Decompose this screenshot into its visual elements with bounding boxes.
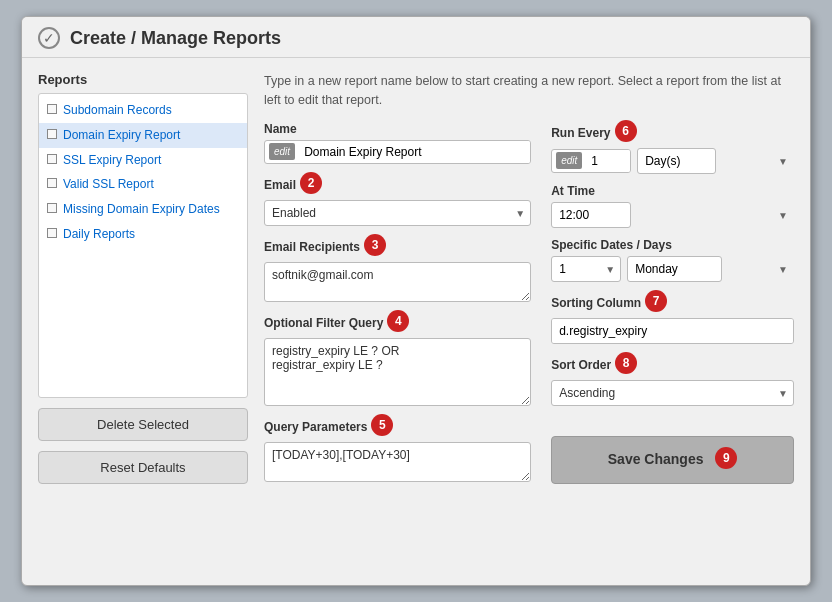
- sorting-column-label: Sorting Column: [551, 296, 641, 310]
- checkmark-icon: ✓: [38, 27, 60, 49]
- run-every-edit-badge: edit: [556, 152, 582, 169]
- email-recipients-textarea[interactable]: softnik@gmail.com: [264, 262, 531, 302]
- query-params-textarea[interactable]: [TODAY+30],[TODAY+30]: [264, 442, 531, 482]
- report-item-icon: [47, 203, 57, 213]
- reports-label: Reports: [38, 72, 248, 87]
- period-select-chevron: ▼: [778, 155, 788, 166]
- optional-filter-label: Optional Filter Query: [264, 316, 383, 330]
- create-manage-reports-dialog: ✓ Create / Manage Reports Reports Subdom…: [21, 16, 811, 586]
- dialog-title-bar: ✓ Create / Manage Reports: [22, 17, 810, 58]
- badge-3: 3: [364, 234, 386, 256]
- run-every-label: Run Every: [551, 126, 610, 140]
- sort-order-label: Sort Order: [551, 358, 611, 372]
- name-input-wrapper: edit: [264, 140, 531, 164]
- run-every-input[interactable]: [586, 150, 630, 172]
- dialog-body: Reports Subdomain Records Domain Expiry …: [22, 58, 810, 498]
- left-panel: Reports Subdomain Records Domain Expiry …: [38, 72, 248, 484]
- save-changes-button[interactable]: Save Changes 9: [551, 436, 794, 484]
- name-edit-badge: edit: [269, 143, 295, 160]
- sidebar-item-domain-expiry-report[interactable]: Domain Expiry Report: [39, 123, 247, 148]
- at-time-group: At Time 12:00 01:00 02:00 ▼: [551, 184, 794, 228]
- email-group: Email 2 Enabled Disabled ▼: [264, 174, 531, 226]
- query-params-label: Query Parameters: [264, 420, 367, 434]
- badge-9: 9: [715, 447, 737, 469]
- report-item-icon: [47, 129, 57, 139]
- at-time-label: At Time: [551, 184, 794, 198]
- delete-selected-button[interactable]: Delete Selected: [38, 408, 248, 441]
- sidebar-item-daily-reports[interactable]: Daily Reports: [39, 222, 247, 247]
- reports-list: Subdomain Records Domain Expiry Report S…: [38, 93, 248, 398]
- report-item-icon: [47, 104, 57, 114]
- specific-dates-group: Specific Dates / Days 123 ▼ MondayTuesd: [551, 238, 794, 282]
- sidebar-item-missing-domain-expiry[interactable]: Missing Domain Expiry Dates: [39, 197, 247, 222]
- name-input[interactable]: [299, 141, 530, 163]
- badge-6: 6: [615, 120, 637, 142]
- report-item-icon: [47, 154, 57, 164]
- email-select[interactable]: Enabled Disabled: [264, 200, 531, 226]
- sidebar-item-subdomain-records[interactable]: Subdomain Records: [39, 98, 247, 123]
- report-item-icon: [47, 228, 57, 238]
- sidebar-item-ssl-expiry-report[interactable]: SSL Expiry Report: [39, 148, 247, 173]
- right-panel: Type in a new report name below to start…: [264, 72, 794, 484]
- sorting-input-wrapper: [551, 318, 794, 344]
- query-params-group: Query Parameters 5 [TODAY+30],[TODAY+30]: [264, 416, 531, 482]
- specific-dates-day-chevron: ▼: [778, 263, 788, 274]
- email-label: Email: [264, 178, 296, 192]
- badge-8: 8: [615, 352, 637, 374]
- optional-filter-group: Optional Filter Query 4 registry_expiry …: [264, 312, 531, 406]
- specific-dates-day-select[interactable]: MondayTuesdayWednesday: [627, 256, 722, 282]
- reset-defaults-button[interactable]: Reset Defaults: [38, 451, 248, 484]
- name-label: Name: [264, 122, 297, 136]
- specific-dates-num-select[interactable]: 123: [551, 256, 621, 282]
- badge-4: 4: [387, 310, 409, 332]
- sorting-column-input[interactable]: [552, 319, 793, 343]
- form-left-column: Name edit Email 2: [264, 122, 531, 484]
- specific-dates-label: Specific Dates / Days: [551, 238, 794, 252]
- instruction-text: Type in a new report name below to start…: [264, 72, 794, 110]
- sorting-column-group: Sorting Column 7: [551, 292, 794, 344]
- run-every-period-select[interactable]: Day(s) Week(s) Month(s): [637, 148, 716, 174]
- email-recipients-label: Email Recipients: [264, 240, 360, 254]
- badge-7: 7: [645, 290, 667, 312]
- run-every-input-wrapper: edit: [551, 149, 631, 173]
- badge-2: 2: [300, 172, 322, 194]
- report-item-icon: [47, 178, 57, 188]
- run-every-group: Run Every 6 edit Day(s) Week(: [551, 122, 794, 174]
- dialog-title: Create / Manage Reports: [70, 28, 281, 49]
- optional-filter-textarea[interactable]: registry_expiry LE ? OR registrar_expiry…: [264, 338, 531, 406]
- form-right-column: Run Every 6 edit Day(s) Week(: [551, 122, 794, 484]
- sort-order-select[interactable]: Ascending Descending: [551, 380, 794, 406]
- name-group: Name edit: [264, 122, 531, 164]
- email-recipients-group: Email Recipients 3 softnik@gmail.com: [264, 236, 531, 302]
- sort-order-group: Sort Order 8 Ascending Descending ▼: [551, 354, 794, 406]
- badge-5: 5: [371, 414, 393, 436]
- at-time-select[interactable]: 12:00 01:00 02:00: [551, 202, 631, 228]
- sidebar-item-valid-ssl-report[interactable]: Valid SSL Report: [39, 172, 247, 197]
- time-select-chevron: ▼: [778, 209, 788, 220]
- form-area: Name edit Email 2: [264, 122, 794, 484]
